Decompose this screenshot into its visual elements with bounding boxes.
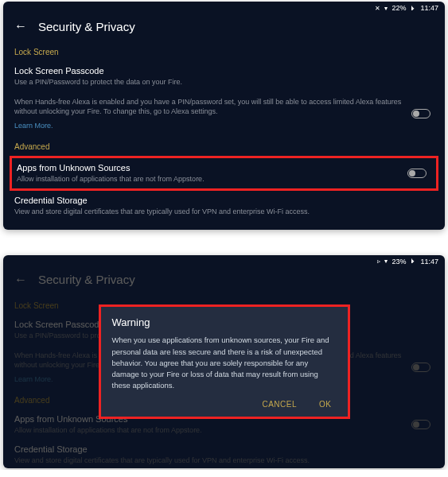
status-bar: ✕ ▾ 22% ⏵ 11:47	[3, 2, 445, 14]
page-title: Security & Privacy	[38, 20, 135, 33]
dialog-actions: CANCEL OK	[112, 400, 337, 409]
highlight-warning-dialog: Warning When you use applications from u…	[99, 304, 350, 418]
item-sub: View and store digital certificates that…	[14, 207, 434, 217]
highlight-unknown-sources: Apps from Unknown Sources Allow installa…	[10, 156, 438, 192]
learn-more-link[interactable]: Learn More.	[14, 122, 53, 130]
back-arrow-icon[interactable]: ←	[14, 19, 27, 33]
item-title: Lock Screen Passcode	[14, 66, 402, 76]
battery-icon: ⏵	[410, 5, 416, 12]
item-title: Apps from Unknown Sources	[17, 163, 401, 173]
item-alexa-note: When Hands-free Alexa is enabled and you…	[14, 92, 434, 136]
screenshot-2: ▹ ▾ 23% ⏵ 11:47 ← Security & Privacy Loc…	[3, 255, 445, 468]
item-sub: Use a PIN/Password to protect the data o…	[14, 77, 402, 87]
dialog-title: Warning	[112, 316, 337, 328]
toggle-lockscreen[interactable]	[411, 109, 430, 118]
ok-button[interactable]: OK	[319, 400, 331, 409]
item-credential-storage[interactable]: Credential Storage View and store digita…	[14, 191, 434, 222]
item-unknown-sources[interactable]: Apps from Unknown Sources Allow installa…	[15, 161, 433, 186]
battery-percent: 22%	[392, 4, 406, 12]
section-header-advanced: Advanced	[14, 142, 434, 151]
modal-overlay: Warning When you use applications from u…	[3, 255, 445, 468]
dialog-body: When you use applications from unknown s…	[112, 335, 337, 391]
warning-dialog: Warning When you use applications from u…	[101, 307, 348, 416]
wifi-off-icon: ✕	[375, 5, 380, 12]
signal-icon: ▾	[384, 5, 388, 12]
item-title: Credential Storage	[14, 196, 434, 205]
item-lockscreen-passcode[interactable]: Lock Screen Passcode Use a PIN/Password …	[14, 61, 434, 92]
item-sub: Allow installation of applications that …	[17, 174, 401, 184]
clock: 11:47	[420, 4, 438, 12]
section-header-lockscreen: Lock Screen	[14, 48, 434, 56]
screenshot-1: ✕ ▾ 22% ⏵ 11:47 ← Security & Privacy Loc…	[3, 2, 445, 230]
toggle-unknown-sources[interactable]	[407, 169, 427, 178]
cancel-button[interactable]: CANCEL	[262, 400, 297, 409]
item-sub: When Hands-free Alexa is enabled and you…	[14, 97, 402, 117]
settings-body: Lock Screen Lock Screen Passcode Use a P…	[3, 48, 445, 230]
header: ← Security & Privacy	[3, 14, 445, 41]
